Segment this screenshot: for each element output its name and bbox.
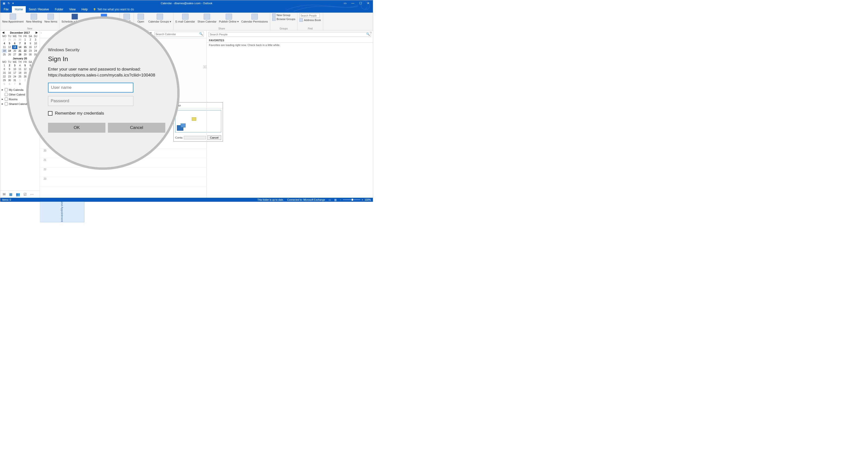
- people-icon[interactable]: 👥: [16, 192, 20, 196]
- tab-home[interactable]: Home: [12, 6, 26, 12]
- meeting-icon: [31, 13, 37, 20]
- tab-folder[interactable]: Folder: [52, 6, 66, 12]
- scroll-up-icon[interactable]: ▴: [204, 65, 206, 68]
- collapse-nav-icon[interactable]: ‹: [41, 31, 41, 34]
- month2-title: January 20: [13, 57, 27, 60]
- dialog-heading: Sign In: [48, 54, 174, 66]
- my-calendars-checkbox[interactable]: [5, 88, 8, 91]
- calendar-nav-icon[interactable]: ▦: [9, 192, 12, 196]
- title-bar: ▦ ↻ ▾ Calendar - dbarnes@sales-i.com - O…: [0, 0, 373, 6]
- subscribe-progress-bar: [184, 136, 206, 139]
- group-find-label: Find: [308, 27, 312, 30]
- favorites-loading-msg: Favorites are loading right now. Check b…: [207, 42, 373, 48]
- subscribe-contains-label: Conta: [175, 136, 182, 139]
- calendar-permissions-button[interactable]: Calendar Permissions: [241, 13, 269, 24]
- share-icon: [204, 13, 210, 20]
- search-icon[interactable]: 🔍: [199, 32, 203, 36]
- calendar-icon: [10, 13, 16, 20]
- new-items-button[interactable]: New Items: [44, 13, 58, 24]
- mail-icon[interactable]: ✉: [3, 192, 6, 196]
- rooms-checkbox[interactable]: [5, 97, 8, 101]
- navigation-bar: ✉ ▦ 👥 ☑ ⋯: [0, 190, 39, 198]
- search-icon[interactable]: 🔍: [366, 32, 370, 36]
- tab-file[interactable]: File: [0, 6, 12, 12]
- view-reading-icon[interactable]: ▥: [334, 199, 337, 201]
- browse-groups-button[interactable]: Browse Groups: [272, 17, 296, 21]
- search-calendar-input[interactable]: [154, 32, 204, 37]
- zoom-out-icon[interactable]: −: [340, 199, 341, 201]
- new-meeting-button[interactable]: New Meeting: [26, 13, 42, 24]
- magnifier-lens: Windows Security Sign In Enter your user…: [26, 16, 180, 170]
- remember-credentials-row[interactable]: Remember my credentials: [48, 109, 174, 123]
- view-normal-icon[interactable]: ▭: [329, 199, 331, 201]
- tasks-icon[interactable]: ☑: [24, 192, 27, 196]
- publish-online-button[interactable]: Publish Online ▾: [218, 13, 239, 24]
- permissions-icon: [251, 13, 258, 20]
- search-people-icon: [272, 17, 276, 21]
- remember-checkbox[interactable]: [48, 111, 53, 116]
- open-icon: [137, 13, 144, 20]
- username-input[interactable]: [48, 83, 133, 93]
- group-new-label: New: [27, 27, 32, 30]
- tab-help[interactable]: Help: [79, 6, 91, 12]
- address-book-icon: [300, 18, 303, 22]
- qat-undo-icon[interactable]: ↻: [8, 2, 10, 5]
- address-book-button[interactable]: Address Book: [299, 18, 321, 22]
- mini-calendar-1[interactable]: MOTUWETHFRSASU27282930123456789101112131…: [0, 35, 39, 56]
- tab-send-receive[interactable]: Send / Receive: [26, 6, 52, 12]
- zoom-control[interactable]: − + 100%: [340, 199, 371, 201]
- remember-label: Remember my credentials: [55, 111, 104, 116]
- folder-icon: [192, 117, 196, 121]
- new-group-button[interactable]: New Group: [272, 13, 291, 17]
- password-input[interactable]: [48, 96, 133, 106]
- month1-title: December 2017: [10, 31, 30, 34]
- right-pane: ✕ 🔍 FAVORITES Favorites are loading righ…: [206, 30, 373, 198]
- other-calendars-checkbox[interactable]: [5, 93, 8, 96]
- dialog-message: Enter your user name and password to dow…: [48, 66, 174, 83]
- new-appointment-button[interactable]: New Appointment: [2, 13, 24, 24]
- ribbon-display-icon[interactable]: ▭: [344, 1, 346, 5]
- prev-month-icon[interactable]: ◀: [2, 31, 4, 34]
- calendar-groups-button[interactable]: Calendar Groups ▾: [148, 13, 172, 24]
- open-calendar-button[interactable]: Open: [135, 13, 146, 24]
- calendar-groups-icon: [157, 13, 163, 20]
- email-calendar-button[interactable]: E-mail Calendar: [175, 13, 195, 24]
- status-items: Items: 0: [2, 199, 11, 201]
- new-items-icon: [48, 13, 54, 20]
- ok-button[interactable]: OK: [48, 123, 105, 133]
- status-bar: Items: 0 This folder is up to date. Conn…: [0, 198, 373, 202]
- minimize-icon[interactable]: —: [351, 1, 354, 5]
- next-month-icon[interactable]: ▶: [36, 31, 38, 34]
- publish-icon: [226, 13, 232, 20]
- maximize-icon[interactable]: ☐: [359, 1, 362, 5]
- month-nav-1: ◀ December 2017 ▶: [0, 30, 39, 35]
- cancel-button[interactable]: Cancel: [108, 123, 165, 133]
- window-title: Calendar - dbarnes@sales-i.com - Outlook: [161, 2, 213, 5]
- zoom-in-icon[interactable]: +: [362, 199, 363, 201]
- search-people-ribbon[interactable]: [299, 13, 320, 18]
- next-appointment-tab[interactable]: Next Appointment: [40, 200, 84, 222]
- skype-icon: [123, 13, 130, 20]
- calendar-file-icon: [177, 125, 183, 131]
- status-connection: Connected to: Microsoft Exchange: [287, 199, 325, 201]
- search-people-right-input[interactable]: [209, 32, 371, 37]
- tell-me-search[interactable]: Tell me what you want to do: [91, 6, 134, 12]
- ribbon: New Appointment New Meeting New Items Ne…: [0, 12, 373, 30]
- group-groups-label: Groups: [280, 27, 288, 30]
- favorites-header: FAVORITES: [207, 38, 373, 42]
- people-plus-icon: [272, 13, 276, 17]
- qat-outlook-icon[interactable]: ▦: [3, 2, 5, 5]
- shared-calendars-checkbox[interactable]: [5, 102, 8, 106]
- zoom-level: 100%: [365, 199, 371, 201]
- ribbon-tabs: File Home Send / Receive Folder View Hel…: [0, 6, 373, 12]
- more-nav-icon[interactable]: ⋯: [30, 192, 34, 196]
- group-share-label: Share: [218, 27, 225, 30]
- search-people-input[interactable]: [300, 13, 320, 18]
- qat-customize-icon[interactable]: ▾: [12, 2, 14, 5]
- share-calendar-button[interactable]: Share Calendar: [197, 13, 217, 24]
- close-icon[interactable]: ✕: [367, 1, 369, 5]
- zoom-schedule-icon: [71, 13, 78, 20]
- status-uptodate: This folder is up to date.: [257, 199, 284, 201]
- tab-view[interactable]: View: [66, 6, 79, 12]
- email-icon: [182, 13, 189, 20]
